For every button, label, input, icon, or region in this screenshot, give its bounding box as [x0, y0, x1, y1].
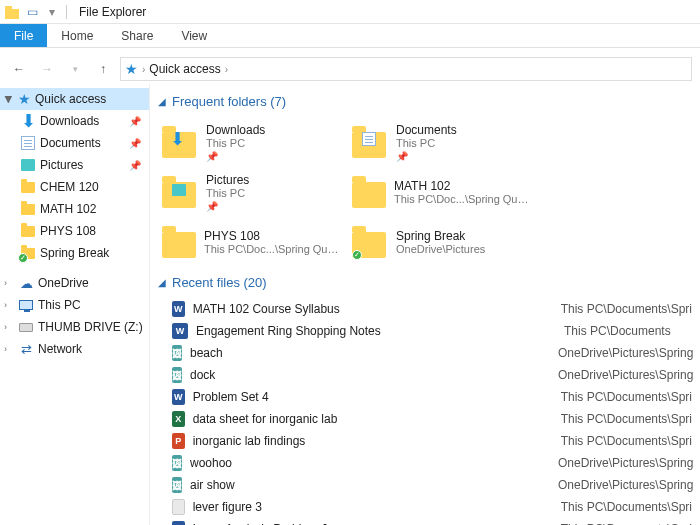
- sidebar-item[interactable]: Pictures📌: [0, 154, 149, 176]
- pin-icon: 📌: [206, 151, 265, 162]
- file-path: This PC\Documents: [564, 324, 671, 338]
- folder-tile[interactable]: ✓Spring BreakOneDrive\Pictures: [348, 217, 538, 267]
- file-type-icon: W: [172, 301, 185, 317]
- tile-name: Spring Break: [396, 229, 485, 243]
- folder-icon: [20, 201, 36, 217]
- file-path: This PC\Documents\Spri: [561, 500, 692, 514]
- pictures-icon: [20, 157, 36, 173]
- sidebar-item-label: Downloads: [40, 114, 99, 128]
- recent-files-heading[interactable]: ◢ Recent files (20): [158, 275, 692, 290]
- recent-file-row[interactable]: 🖼woohooOneDrive\Pictures\Spring: [158, 452, 692, 474]
- back-button[interactable]: ←: [8, 58, 30, 80]
- file-name: Engagement Ring Shopping Notes: [196, 324, 556, 338]
- tile-location: This PC: [396, 137, 457, 149]
- folder-icon: [20, 223, 36, 239]
- sidebar-root-item[interactable]: ›⇄Network: [0, 338, 149, 360]
- file-type-icon: X: [172, 411, 185, 427]
- tile-name: MATH 102: [394, 179, 534, 193]
- recent-file-row[interactable]: Pinorganic lab findingsThis PC\Documents…: [158, 430, 692, 452]
- sidebar-item-label: THUMB DRIVE (Z:): [38, 320, 143, 334]
- recent-file-row[interactable]: WMATH 102 Course SyllabusThis PC\Documen…: [158, 298, 692, 320]
- tab-view[interactable]: View: [167, 24, 221, 47]
- sidebar-root-item[interactable]: ›THUMB DRIVE (Z:): [0, 316, 149, 338]
- folder-tile[interactable]: MATH 102This PC\Doc...\Spring Quarter: [348, 167, 538, 217]
- sidebar-item[interactable]: CHEM 120: [0, 176, 149, 198]
- sidebar-item[interactable]: ⬇Downloads📌: [0, 110, 149, 132]
- tile-location: This PC: [206, 137, 265, 149]
- star-icon: ★: [18, 91, 31, 107]
- file-name: inorganic lab findings: [193, 434, 553, 448]
- expand-icon[interactable]: ›: [4, 344, 14, 354]
- recent-file-row[interactable]: WEngagement Ring Shopping NotesThis PC\D…: [158, 320, 692, 342]
- recent-file-row[interactable]: Xdata sheet for inorganic labThis PC\Doc…: [158, 408, 692, 430]
- recent-locations-button[interactable]: ▾: [64, 58, 86, 80]
- sidebar-item[interactable]: MATH 102: [0, 198, 149, 220]
- file-name: woohoo: [190, 456, 550, 470]
- sidebar-item[interactable]: PHYS 108: [0, 220, 149, 242]
- recent-file-row[interactable]: lever figure 3This PC\Documents\Spri: [158, 496, 692, 518]
- up-button[interactable]: ↑: [92, 58, 114, 80]
- expand-icon[interactable]: ›: [4, 300, 14, 310]
- sidebar-label: Quick access: [35, 92, 106, 106]
- breadcrumb-segment[interactable]: Quick access: [149, 62, 220, 76]
- recent-file-row[interactable]: WLever Analysis Problem JanThis PC\Docum…: [158, 518, 692, 525]
- sidebar-item-label: MATH 102: [40, 202, 96, 216]
- svg-rect-0: [5, 9, 19, 19]
- sidebar-item-label: CHEM 120: [40, 180, 99, 194]
- sidebar-item-label: PHYS 108: [40, 224, 96, 238]
- new-folder-icon[interactable]: ▾: [44, 4, 60, 20]
- recent-file-row[interactable]: 🖼dockOneDrive\Pictures\Spring: [158, 364, 692, 386]
- folder-tile[interactable]: DocumentsThis PC📌: [348, 117, 538, 167]
- collapse-icon[interactable]: ◢: [158, 277, 166, 288]
- expand-icon[interactable]: ›: [4, 322, 14, 332]
- app-icon: [4, 4, 20, 20]
- file-name: lever figure 3: [193, 500, 553, 514]
- drive-icon: [18, 319, 34, 335]
- sidebar-quick-access[interactable]: ⯆ ★ Quick access: [0, 88, 149, 110]
- synced-folder-icon: ✓: [20, 245, 36, 261]
- forward-button[interactable]: →: [36, 58, 58, 80]
- frequent-folders-heading[interactable]: ◢ Frequent folders (7): [158, 94, 692, 109]
- file-path: OneDrive\Pictures\Spring: [558, 478, 693, 492]
- pin-icon: 📌: [396, 151, 457, 162]
- folder-tile[interactable]: PicturesThis PC📌: [158, 167, 348, 217]
- file-name: dock: [190, 368, 550, 382]
- file-type-icon: 🖼: [172, 477, 182, 493]
- file-type-icon: [172, 499, 185, 515]
- collapse-icon[interactable]: ⯆: [4, 94, 14, 104]
- address-bar[interactable]: ★ › Quick access ›: [120, 57, 692, 81]
- sidebar-root-item[interactable]: ›This PC: [0, 294, 149, 316]
- file-type-icon: 🖼: [172, 345, 182, 361]
- file-path: This PC\Documents\Spri: [561, 412, 692, 426]
- file-path: OneDrive\Pictures\Spring: [558, 368, 693, 382]
- tile-name: PHYS 108: [204, 229, 344, 243]
- sidebar-item[interactable]: ✓Spring Break: [0, 242, 149, 264]
- this-pc-icon: [18, 297, 34, 313]
- recent-file-row[interactable]: WProblem Set 4This PC\Documents\Spri: [158, 386, 692, 408]
- download-icon: ⬇: [20, 113, 36, 129]
- tab-share[interactable]: Share: [107, 24, 167, 47]
- pin-icon: 📌: [129, 138, 141, 149]
- file-type-icon: W: [172, 323, 188, 339]
- folder-tile[interactable]: ⬇DownloadsThis PC📌: [158, 117, 348, 167]
- quick-access-icon: ★: [125, 61, 138, 77]
- chevron-right-icon[interactable]: ›: [225, 64, 228, 75]
- sidebar-root-item[interactable]: ›☁OneDrive: [0, 272, 149, 294]
- chevron-right-icon[interactable]: ›: [142, 64, 145, 75]
- sidebar-item[interactable]: Documents📌: [0, 132, 149, 154]
- folder-icon: [162, 174, 198, 210]
- expand-icon[interactable]: ›: [4, 278, 14, 288]
- recent-file-row[interactable]: 🖼beachOneDrive\Pictures\Spring: [158, 342, 692, 364]
- tile-location: This PC\Doc...\Spring Quarter: [204, 243, 344, 255]
- collapse-icon[interactable]: ◢: [158, 96, 166, 107]
- tab-file[interactable]: File: [0, 24, 47, 47]
- recent-file-row[interactable]: 🖼air showOneDrive\Pictures\Spring: [158, 474, 692, 496]
- tile-name: Pictures: [206, 173, 249, 187]
- folder-tile[interactable]: PHYS 108This PC\Doc...\Spring Quarter: [158, 217, 348, 267]
- ribbon-tabs: File Home Share View: [0, 24, 700, 48]
- tab-home[interactable]: Home: [47, 24, 107, 47]
- sidebar-item-label: Documents: [40, 136, 101, 150]
- onedrive-icon: ☁: [18, 275, 34, 291]
- documents-icon: [20, 135, 36, 151]
- properties-icon[interactable]: ▭: [24, 4, 40, 20]
